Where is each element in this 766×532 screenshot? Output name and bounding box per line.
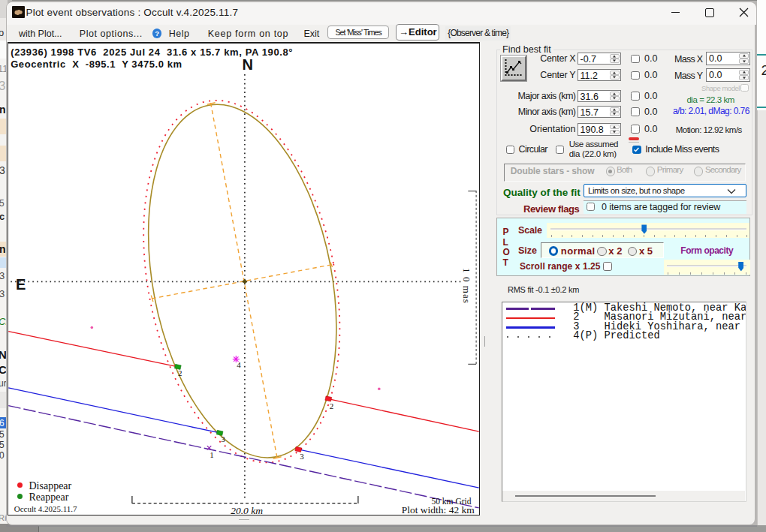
svg-text:2: 2 [178,368,182,377]
svg-text:1 0 mas: 1 0 mas [461,268,472,304]
svg-text:3: 3 [300,452,305,461]
svg-text:4: 4 [237,360,242,369]
svg-text:3: 3 [222,434,226,443]
svg-text:2: 2 [330,401,334,410]
svg-text:1: 1 [210,450,215,459]
